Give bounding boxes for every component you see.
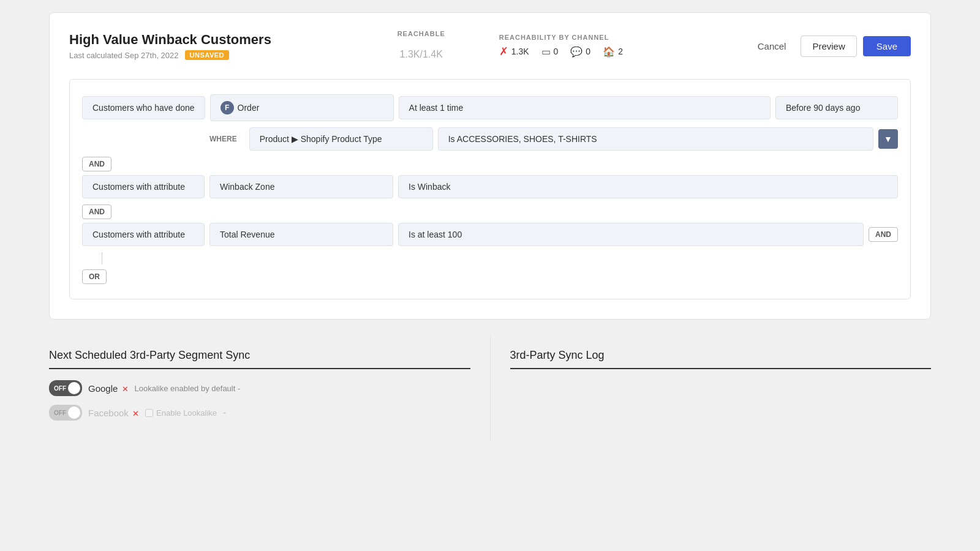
f-badge: F — [221, 101, 234, 114]
sync-card: Next Scheduled 3rd-Party Segment Sync OF… — [49, 337, 490, 441]
or-row: OR — [82, 269, 898, 284]
toggle-knob-google — [68, 382, 80, 394]
condition-row-1-sub: WHERE Product ▶ Shopify Product Type Is … — [205, 127, 898, 151]
row3-col3[interactable]: Is at least 100 — [398, 223, 864, 246]
google-x-icon: ✕ — [122, 384, 129, 394]
reachable-section: REACHABLE 1.3K/1.4K — [398, 30, 445, 62]
row2-col3[interactable]: Is Winback — [398, 175, 898, 198]
header-actions: Cancel Preview Save — [749, 36, 911, 57]
reachability-section: REACHABILITY BY CHANNEL ✗ 1.3K ▭ 0 💬 0 — [499, 34, 623, 58]
row1-col3[interactable]: At least 1 time — [399, 96, 771, 119]
and-button-1[interactable]: AND — [82, 157, 111, 171]
log-card: 3rd-Party Sync Log — [490, 337, 932, 441]
header: High Value Winback Customers Last calcul… — [69, 30, 911, 62]
push-icon: 💬 — [570, 46, 582, 58]
channel-sms-count: 0 — [554, 47, 559, 56]
toggle-off-label-facebook: OFF — [54, 410, 66, 416]
filter-icon[interactable]: ▼ — [878, 129, 898, 149]
row3-and-pill[interactable]: AND — [869, 227, 898, 242]
cancel-button[interactable]: Cancel — [749, 36, 795, 56]
facebook-provider-name: Facebook ✕ — [88, 408, 139, 418]
sub-col1[interactable]: Product ▶ Shopify Product Type — [249, 127, 433, 151]
toggle-knob-facebook — [68, 407, 80, 419]
row1-col1[interactable]: Customers who have done — [82, 96, 205, 119]
directmail-icon: 🏠 — [603, 46, 615, 58]
reachable-count: 1.3K/1.4K — [400, 41, 443, 62]
bottom-sections: Next Scheduled 3rd-Party Segment Sync OF… — [49, 337, 931, 441]
main-card: High Value Winback Customers Last calcul… — [49, 12, 931, 320]
save-button[interactable]: Save — [863, 36, 911, 56]
segment-subtitle: Last calculated Sep 27th, 2022 UNSAVED — [69, 50, 271, 60]
channel-sms: ▭ 0 — [541, 46, 559, 58]
row3-col1[interactable]: Customers with attribute — [82, 223, 205, 246]
google-lookalike-text: Lookalike enabled by default - — [135, 384, 241, 393]
row1-col4[interactable]: Before 90 days ago — [775, 96, 898, 119]
channel-directmail: 🏠 2 — [603, 46, 623, 58]
channel-push-count: 0 — [586, 47, 590, 56]
facebook-dash: - — [223, 407, 226, 418]
sub-col2[interactable]: Is ACCESSORIES, SHOES, T-SHIRTS — [438, 127, 873, 151]
segment-title: High Value Winback Customers — [69, 32, 271, 48]
row3-col2[interactable]: Total Revenue — [209, 223, 393, 246]
unsaved-badge: UNSAVED — [185, 50, 229, 60]
channel-email-count: 1.3K — [511, 47, 529, 56]
sync-title: Next Scheduled 3rd-Party Segment Sync — [49, 349, 470, 369]
sync-item-facebook: OFF Facebook ✕ Enable Lookalike - — [49, 405, 470, 421]
facebook-lookalike: Enable Lookalike — [145, 408, 217, 418]
toggle-off-label-google: OFF — [54, 385, 66, 392]
row2-col2[interactable]: Winback Zone — [209, 175, 393, 198]
vertical-line — [102, 252, 102, 264]
google-toggle[interactable]: OFF — [49, 380, 82, 396]
condition-row-2: Customers with attribute Winback Zone Is… — [82, 175, 898, 198]
reachability-channels: ✗ 1.3K ▭ 0 💬 0 🏠 2 — [499, 45, 623, 58]
reachable-label: REACHABLE — [398, 30, 445, 37]
and-button-2[interactable]: AND — [82, 204, 111, 219]
facebook-x-icon: ✕ — [132, 409, 139, 418]
segment-builder: Customers who have done F Order At least… — [69, 79, 911, 299]
lookalike-label-facebook: Enable Lookalike — [156, 408, 217, 418]
and-connector-2: AND — [82, 204, 111, 219]
google-provider-name: Google ✕ — [88, 383, 129, 394]
and-row-1: AND — [82, 157, 898, 171]
last-calculated: Last calculated Sep 27th, 2022 — [69, 51, 179, 60]
condition-row-3: Customers with attribute Total Revenue I… — [82, 223, 898, 246]
or-button[interactable]: OR — [82, 269, 107, 284]
header-left: High Value Winback Customers Last calcul… — [69, 32, 271, 60]
and-row-2: AND — [82, 204, 898, 219]
row1-col2[interactable]: F Order — [210, 94, 394, 121]
and-connector-1: AND — [82, 157, 111, 171]
channel-email: ✗ 1.3K — [499, 45, 529, 58]
condition-row-1: Customers who have done F Order At least… — [82, 94, 898, 121]
or-section: OR — [82, 252, 898, 284]
channel-push: 💬 0 — [570, 46, 590, 58]
sync-item-google: OFF Google ✕ Lookalike enabled by defaul… — [49, 380, 470, 396]
log-title: 3rd-Party Sync Log — [510, 349, 932, 369]
preview-button[interactable]: Preview — [801, 36, 856, 57]
facebook-toggle[interactable]: OFF — [49, 405, 82, 421]
reachability-label: REACHABILITY BY CHANNEL — [499, 34, 623, 41]
sms-icon: ▭ — [541, 46, 551, 58]
lookalike-checkbox-facebook[interactable] — [145, 409, 153, 417]
where-label: WHERE — [205, 132, 242, 146]
channel-directmail-count: 2 — [618, 47, 623, 56]
row2-col1[interactable]: Customers with attribute — [82, 175, 205, 198]
email-icon: ✗ — [499, 45, 508, 58]
